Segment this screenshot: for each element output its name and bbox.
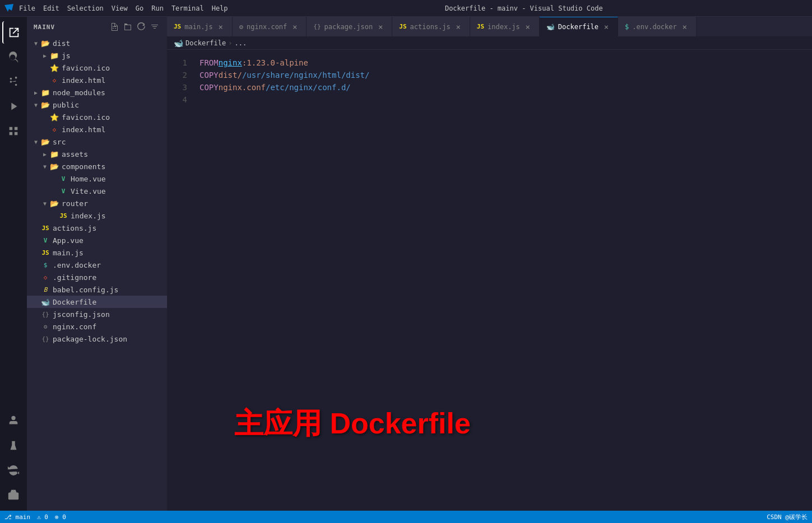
explorer-activity-icon[interactable] [2,21,25,44]
tab-close-button[interactable]: × [523,22,532,31]
tree-item[interactable]: V Vite.vue [27,185,167,197]
tab-close-button[interactable]: × [376,22,385,31]
tree-item[interactable]: B babel.config.js [27,283,167,296]
menu-item-help[interactable]: Help [208,3,231,13]
main-layout: MAINV ▼ 📂 dist ▶ [0,17,812,511]
tree-item[interactable]: $ .env.docker [27,259,167,271]
tree-item[interactable]: V App.vue [27,234,167,246]
tab-label: package.json [324,23,373,31]
tree-item[interactable]: ⭐ favicon.ico [27,111,167,123]
menu-item-file[interactable]: File [16,3,39,13]
line-number: 2 [167,69,187,81]
tree-item[interactable]: ◇ .gitignore [27,271,167,283]
tree-item[interactable]: ▼ 📂 src [27,136,167,148]
tree-item[interactable]: ▶ 📁 assets [27,148,167,160]
tree-item[interactable]: JS main.js [27,246,167,259]
status-bar-left: ⎇ main⚠ 0⊗ 0 [4,513,66,521]
status-bar: ⎇ main⚠ 0⊗ 0 CSDN @碳学长 [0,511,812,523]
tree-item[interactable]: 🐋 Dockerfile [27,296,167,308]
menu-item-go[interactable]: Go [132,3,147,13]
flask-activity-icon[interactable] [2,435,25,457]
window-title: Dockerfile - mainv - Visual Studio Code [240,4,808,12]
sync-activity-icon[interactable] [2,459,25,482]
refresh-button[interactable] [136,21,147,32]
editor-tab[interactable]: JS index.js × [470,17,540,36]
file-icon: ◇ [49,75,59,85]
tree-item[interactable]: ▼ 📂 dist [27,37,167,49]
extensions-activity-icon[interactable] [2,120,25,142]
menu-item-selection[interactable]: Selection [64,3,107,13]
collapse-all-button[interactable] [149,21,160,32]
file-icon: {} [40,334,50,344]
tab-close-button[interactable]: × [454,22,463,31]
file-icon: ⚙ [40,321,50,331]
breadcrumb: 🐋 Dockerfile › ... [167,36,812,50]
search-activity-icon[interactable] [2,46,25,68]
tab-js-icon: JS [399,23,406,30]
tree-item[interactable]: ▼ 📂 public [27,99,167,111]
status-bar-right: CSDN @碳学长 [767,513,808,521]
new-file-button[interactable] [109,21,120,32]
sidebar: MAINV ▼ 📂 dist ▶ [27,17,167,511]
code-editor[interactable]: 1234 FROM nginx:1.23.0-alpineCOPY dist/ … [167,50,812,511]
tree-item[interactable]: ▼ 📂 components [27,160,167,172]
tab-label: .env.docker [632,23,676,31]
status-item[interactable]: ⚠ 0 [37,513,48,521]
tab-label: main.js [184,23,213,31]
tab-close-button[interactable]: × [680,22,689,31]
menu-item-view[interactable]: View [108,3,131,13]
file-label: index.html [62,125,105,134]
file-icon: 📂 [49,198,59,208]
editor-tab[interactable]: 🐋 Dockerfile × [540,17,618,36]
run-debug-activity-icon[interactable] [2,95,25,118]
file-label: babel.config.js [53,286,118,294]
editor-tab[interactable]: JS actions.js × [392,17,470,36]
editor-area: JS main.js × ⚙ nginx.conf × {} package.j… [167,17,812,511]
file-label: public [53,101,79,109]
menu-item-terminal[interactable]: Terminal [168,3,207,13]
tree-item[interactable]: JS index.js [27,209,167,222]
file-label: assets [62,150,88,158]
new-folder-button[interactable] [122,21,133,32]
file-label: main.js [53,249,83,257]
file-icon: 📂 [40,100,50,110]
file-label: index.html [62,76,105,85]
tree-item[interactable]: V Home.vue [27,172,167,185]
tab-gear-icon: ⚙ [239,23,243,31]
tree-item[interactable]: ▼ 📂 router [27,197,167,209]
status-item[interactable]: ⎇ main [4,513,30,521]
package-activity-icon[interactable] [2,484,25,506]
tree-item[interactable]: JS actions.js [27,222,167,234]
remote-activity-icon[interactable] [2,410,25,432]
file-icon: 📂 [40,38,50,48]
app-icon [4,4,13,13]
tree-item[interactable]: ▶ 📁 node_modules [27,86,167,99]
editor-tab[interactable]: JS main.js × [167,17,233,36]
editor-tab[interactable]: {} package.json × [307,17,392,36]
tree-item[interactable]: {} jsconfig.json [27,308,167,320]
editor-tab[interactable]: $ .env.docker × [618,17,697,36]
tab-close-button[interactable]: × [290,22,299,31]
file-icon: 📁 [40,87,50,97]
file-icon: JS [40,223,50,233]
file-icon: 🐋 [40,297,50,307]
menu-item-run[interactable]: Run [148,3,167,13]
tree-item[interactable]: ◇ index.html [27,74,167,86]
tab-close-button[interactable]: × [216,22,225,31]
source-control-activity-icon[interactable] [2,71,25,93]
file-label: package-lock.json [53,335,127,343]
editor-tab[interactable]: ⚙ nginx.conf × [233,17,307,36]
tree-item[interactable]: ◇ index.html [27,123,167,136]
tree-item[interactable]: ⭐ favicon.ico [27,62,167,74]
menu-item-edit[interactable]: Edit [40,3,63,13]
line-number: 4 [167,94,187,106]
sidebar-actions [109,21,160,32]
tree-item[interactable]: {} package-lock.json [27,333,167,345]
tree-item[interactable]: ▶ 📁 js [27,49,167,62]
tab-close-button[interactable]: × [602,22,611,31]
breadcrumb-file-icon: 🐋 [174,39,183,48]
tree-item[interactable]: ⚙ nginx.conf [27,320,167,333]
status-item[interactable]: ⊗ 0 [55,513,66,521]
breadcrumb-filename: Dockerfile [185,39,226,47]
tab-js-icon: JS [477,23,484,30]
